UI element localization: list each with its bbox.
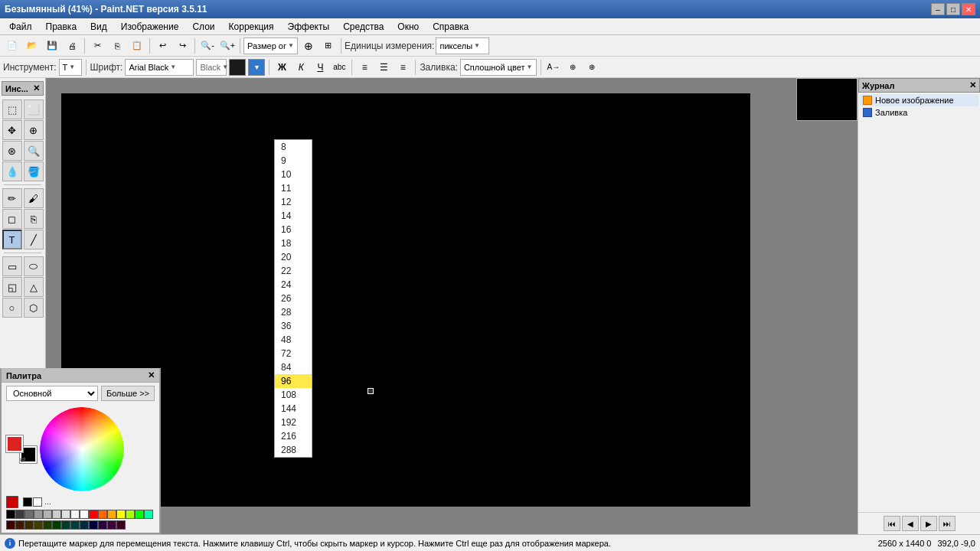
tool-round-rect[interactable]: ◱ (2, 277, 22, 297)
swatch-5[interactable] (52, 510, 61, 519)
palette-more-button[interactable]: Больше >> (101, 386, 155, 401)
tool-text[interactable]: T (2, 230, 22, 249)
color-wheel[interactable] (40, 407, 124, 491)
swatch-14[interactable] (135, 510, 144, 519)
minimize-button[interactable]: – (931, 3, 945, 15)
swatch-2[interactable] (24, 510, 34, 519)
fontsize-item-192[interactable]: 192 (275, 416, 312, 429)
more-colors-icon[interactable]: … (43, 498, 53, 506)
swatch-dark-9[interactable] (89, 520, 98, 530)
journal-close-icon[interactable]: ✕ (969, 80, 976, 90)
swatch-dark-3[interactable] (34, 520, 43, 530)
print-button[interactable]: 🖨 (63, 37, 81, 54)
fontsize-item-28[interactable]: 28 (275, 305, 312, 319)
swatch-dark-1[interactable] (15, 520, 24, 530)
swatch-dark-6[interactable] (61, 520, 70, 530)
tool-zoom[interactable]: ⊕ (24, 120, 44, 140)
swatch-0[interactable] (6, 510, 15, 519)
canvas[interactable] (61, 93, 750, 507)
palette-type-select[interactable]: Основной (6, 386, 98, 401)
swatch-6[interactable] (61, 510, 70, 519)
swatch-black-small[interactable] (23, 497, 32, 507)
swatch-dark-8[interactable] (80, 520, 89, 530)
swatch-dark-11[interactable] (107, 520, 116, 530)
fontsize-item-10[interactable]: 10 (275, 168, 312, 181)
menu-help[interactable]: Справка (426, 20, 475, 34)
tool-polygon[interactable]: ⬡ (24, 298, 44, 318)
swatch-1[interactable] (15, 510, 24, 519)
swatch-dark-12[interactable] (116, 520, 126, 530)
text-effect3-btn[interactable]: ⊕ (583, 59, 600, 76)
fontsize-item-9[interactable]: 9 (275, 154, 312, 168)
new-button[interactable]: 📄 (3, 37, 21, 54)
swatch-red[interactable] (6, 496, 18, 508)
zoom-fit-button[interactable]: ⊕ (299, 37, 318, 54)
tool-rect[interactable]: ▭ (2, 256, 22, 276)
fontsize-item-72[interactable]: 72 (275, 347, 312, 360)
swatch-dark-5[interactable] (52, 520, 61, 530)
tool-clone[interactable]: ⎘ (24, 209, 44, 229)
fontsize-item-16[interactable]: 16 (275, 223, 312, 236)
tool-zoom2[interactable]: 🔍 (24, 141, 44, 161)
fontsize-item-8[interactable]: 8 (275, 140, 312, 154)
units-dropdown[interactable]: пикселы ▼ (436, 37, 489, 54)
swatch-12[interactable] (116, 510, 126, 519)
fontsize-item-24[interactable]: 24 (275, 278, 312, 292)
tool-eraser[interactable]: ◻ (2, 209, 22, 229)
size-dropdown[interactable]: Размер ог ▼ (243, 37, 298, 54)
tool-select-free[interactable]: ⬜ (24, 99, 44, 119)
tool-ellipse[interactable]: ⬭ (24, 256, 44, 276)
menu-image[interactable]: Изображение (115, 20, 185, 34)
tool-line[interactable]: ╱ (24, 230, 44, 249)
palette-close-icon[interactable]: ✕ (148, 370, 155, 380)
journal-prev-btn[interactable]: ◀ (902, 516, 919, 531)
strikethrough-button[interactable]: abc (331, 59, 348, 76)
fill-dropdown[interactable]: Сплошной цвет ▼ (460, 59, 537, 76)
swatch-15[interactable] (144, 510, 153, 519)
swatch-dark-4[interactable] (43, 520, 52, 530)
journal-last-btn[interactable]: ⏭ (939, 516, 956, 531)
swatch-dark-0[interactable] (6, 520, 15, 530)
swatch-dark-7[interactable] (70, 520, 80, 530)
journal-item-new-image[interactable]: Новое изображение (860, 94, 978, 106)
maximize-button[interactable]: □ (946, 3, 960, 15)
swatch-11[interactable] (107, 510, 116, 519)
menu-file[interactable]: Файл (3, 20, 38, 34)
fontsize-item-22[interactable]: 22 (275, 264, 312, 278)
fontsize-dropdown[interactable]: Black ▼ (196, 59, 227, 76)
paste-button[interactable]: 📋 (128, 37, 146, 54)
swatch-dark-10[interactable] (98, 520, 107, 530)
tool-magic-wand[interactable]: ⊛ (2, 141, 22, 161)
journal-next-btn[interactable]: ▶ (920, 516, 937, 531)
align-center-button[interactable]: ☰ (375, 59, 392, 76)
menu-layers[interactable]: Слои (186, 20, 220, 34)
journal-first-btn[interactable]: ⏮ (884, 516, 900, 531)
tool-triangle[interactable]: △ (24, 277, 44, 297)
fontsize-item-18[interactable]: 18 (275, 236, 312, 250)
copy-button[interactable]: ⎘ (108, 37, 126, 54)
fontsize-item-36[interactable]: 36 (275, 319, 312, 333)
journal-item-fill[interactable]: Заливка (860, 106, 978, 119)
tool-dropper[interactable]: 💧 (2, 161, 22, 181)
underline-button[interactable]: Ч (312, 59, 328, 76)
swatch-3[interactable] (34, 510, 43, 519)
bold-button[interactable]: Ж (273, 59, 290, 76)
tool-brush[interactable]: 🖌 (24, 188, 44, 208)
tool-fill[interactable]: 🪣 (24, 161, 44, 181)
tool-dropdown[interactable]: T ▼ (59, 59, 82, 76)
menu-window[interactable]: Окно (391, 20, 425, 34)
menu-tools[interactable]: Средства (337, 20, 390, 34)
swap-colors-icon[interactable]: ⇄ (20, 455, 26, 463)
fontsize-item-84[interactable]: 84 (275, 360, 312, 374)
fontsize-item-48[interactable]: 48 (275, 333, 312, 347)
tool-pencil[interactable]: ✏ (2, 188, 22, 208)
color-picker-btn[interactable]: ▼ (248, 59, 265, 76)
fontsize-item-20[interactable]: 20 (275, 250, 312, 264)
undo-button[interactable]: ↩ (153, 37, 172, 54)
swatch-7[interactable] (70, 510, 80, 519)
menu-view[interactable]: Вид (84, 20, 113, 34)
menu-corrections[interactable]: Коррекция (223, 20, 280, 34)
fontsize-item-11[interactable]: 11 (275, 181, 312, 195)
save-button[interactable]: 💾 (43, 37, 61, 54)
font-color-swatch[interactable] (229, 59, 246, 76)
